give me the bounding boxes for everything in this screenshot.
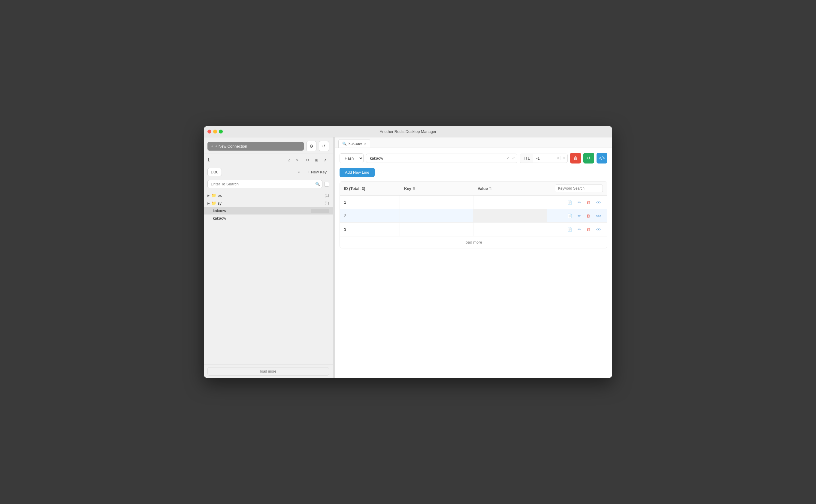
sync-icon-btn[interactable]: ↺ (304, 156, 311, 163)
td-actions-3: 📄 ✏ 🗑 </> (547, 223, 607, 236)
search-checkbox[interactable] (324, 182, 329, 187)
collapse-icon-btn[interactable]: ∧ (322, 156, 329, 163)
delete-row-3-button[interactable]: 🗑 (585, 226, 592, 233)
folder-icon: 📁 (211, 193, 216, 198)
new-key-button[interactable]: + New Key (305, 168, 329, 176)
keyword-search-input[interactable] (555, 185, 603, 192)
new-connection-button[interactable]: + + New Connection (207, 142, 304, 151)
key-input-actions: ✓ ⤢ (507, 156, 515, 160)
search-icon: 🔍 (315, 182, 320, 186)
new-key-label: + New Key (308, 170, 327, 174)
sidebar-load-more-button[interactable]: load more (207, 367, 329, 376)
data-table: ID (Total: 3) Key ⇅ Value ⇅ (339, 181, 607, 248)
tree-item-ex[interactable]: ▶ 📁 ex (1) (204, 191, 333, 199)
tree-item-kakaow-1[interactable]: kakaow (204, 207, 333, 215)
close-button[interactable] (207, 130, 211, 133)
settings-button[interactable]: ⚙ (306, 141, 316, 151)
tree-item-kakaow-2[interactable]: kakaow (204, 215, 333, 222)
db-row: DB0 DB1 DB2 + New Key (204, 166, 333, 178)
edit-row-1-button[interactable]: ✏ (576, 199, 583, 205)
tab-label: kakaow (348, 141, 362, 146)
tree-arrow-icon: ▶ (207, 202, 210, 205)
minimize-button[interactable] (213, 130, 217, 133)
table-footer: load more (340, 236, 607, 248)
view-row-2-button[interactable]: 📄 (566, 213, 574, 219)
ttl-value: -1 (533, 154, 556, 163)
th-value-label: Value (478, 186, 488, 191)
td-value-2[interactable] (474, 209, 547, 222)
edit-row-2-button[interactable]: ✏ (576, 213, 583, 219)
value-sort-icon[interactable]: ⇅ (489, 187, 492, 191)
main-content: + + New Connection ⚙ ↺ 1 ⌂ >_ (204, 137, 612, 378)
type-select[interactable]: Hash String List Set ZSet (339, 153, 363, 163)
key-input-wrapper: ✓ ⤢ (366, 154, 517, 163)
sidebar-load-more-label: load more (260, 369, 276, 373)
delete-row-2-button[interactable]: 🗑 (585, 213, 592, 219)
td-value-3[interactable] (474, 223, 547, 236)
sidebar-footer: load more (204, 365, 333, 378)
connection-row: 1 ⌂ >_ ↺ ⊞ ∧ (204, 154, 333, 166)
key-input[interactable] (366, 154, 517, 163)
refresh-icon: ↺ (587, 156, 591, 161)
tree-item-bar (311, 209, 329, 213)
tree-item-sy[interactable]: ▶ 📁 sy (1) (204, 199, 333, 207)
sidebar: + + New Connection ⚙ ↺ 1 ⌂ >_ (204, 137, 333, 378)
td-value-1[interactable] (474, 196, 547, 209)
delete-key-button[interactable]: 🗑 (570, 153, 581, 163)
th-key: Key ⇅ (400, 181, 474, 195)
th-id-label: ID (Total: 3) (344, 186, 365, 191)
td-actions-1: 📄 ✏ 🗑 </> (547, 196, 607, 209)
delete-row-1-button[interactable]: 🗑 (585, 199, 592, 205)
main-panel: 🔍 kakaow × Hash String List Set ZSet (335, 137, 612, 378)
table-row: 3 📄 ✏ 🗑 </> (340, 223, 607, 236)
terminal-icon-btn[interactable]: >_ (295, 156, 302, 163)
table-load-more-button[interactable]: load more (344, 239, 603, 246)
plus-icon: + (211, 144, 213, 149)
refresh-connections-button[interactable]: ↺ (319, 141, 329, 151)
key-sort-icon[interactable]: ⇅ (413, 187, 415, 191)
refresh-icon: ↺ (322, 144, 326, 149)
content-area: Hash String List Set ZSet ✓ ⤢ (335, 148, 612, 378)
new-connection-label: + New Connection (215, 144, 247, 149)
maximize-button[interactable] (219, 130, 223, 133)
row-id: 2 (344, 214, 346, 218)
folder-icon: 📁 (211, 201, 216, 205)
code-row-1-button[interactable]: </> (594, 199, 603, 205)
tree-item-label: kakaow (213, 209, 309, 213)
tree-item-count: (1) (324, 193, 329, 197)
search-input-wrapper: 🔍 (207, 180, 322, 188)
grid-icon-btn[interactable]: ⊞ (313, 156, 320, 163)
tab-search-icon: 🔍 (342, 142, 347, 146)
th-id: ID (Total: 3) (340, 181, 400, 195)
expand-icon[interactable]: ⤢ (512, 156, 515, 160)
table-header: ID (Total: 3) Key ⇅ Value ⇅ (340, 181, 607, 196)
traffic-lights (207, 130, 223, 133)
td-key-3[interactable] (400, 223, 474, 236)
add-new-line-button[interactable]: Add New Line (339, 168, 375, 177)
db-select[interactable]: DB0 DB1 DB2 (207, 168, 222, 176)
td-key-1[interactable] (400, 196, 474, 209)
td-key-2[interactable] (400, 209, 474, 222)
ttl-label: TTL (520, 154, 533, 163)
checkmark-icon[interactable]: ✓ (507, 156, 510, 160)
refresh-key-button[interactable]: ↺ (583, 153, 594, 163)
td-id-1: 1 (340, 196, 400, 209)
view-row-1-button[interactable]: 📄 (566, 199, 574, 205)
tab-kakaow[interactable]: 🔍 kakaow × (338, 139, 370, 148)
code-button[interactable]: </> (597, 153, 607, 163)
ttl-clear-icon[interactable]: × (556, 156, 561, 160)
titlebar: Another Redis Desktop Manager (204, 126, 612, 137)
code-row-2-button[interactable]: </> (594, 213, 603, 219)
home-icon-btn[interactable]: ⌂ (286, 156, 293, 163)
view-row-3-button[interactable]: 📄 (566, 226, 574, 233)
code-row-3-button[interactable]: </> (594, 226, 603, 233)
ttl-dropdown-icon[interactable]: ▾ (561, 156, 568, 160)
add-new-line-label: Add New Line (345, 170, 369, 175)
tab-close-icon[interactable]: × (364, 142, 366, 145)
search-input[interactable] (207, 180, 322, 188)
sync-icon: ↺ (306, 158, 309, 162)
td-id-3: 3 (340, 223, 400, 236)
app-window: Another Redis Desktop Manager + + New Co… (204, 126, 612, 378)
home-icon: ⌂ (288, 158, 290, 162)
edit-row-3-button[interactable]: ✏ (576, 226, 583, 233)
